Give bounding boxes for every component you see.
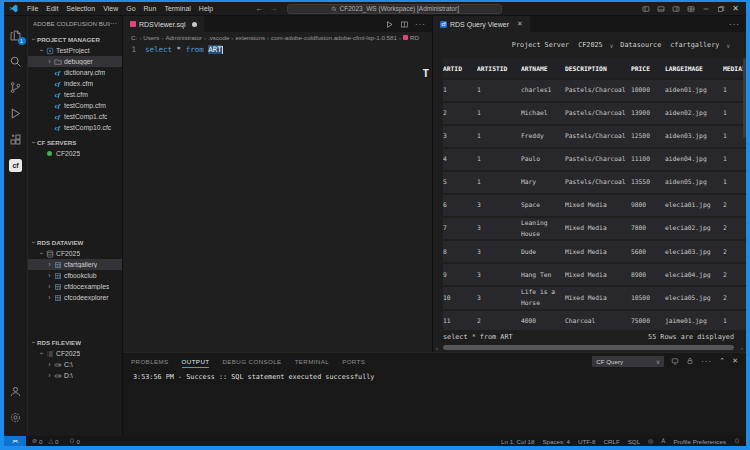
- datasource-select[interactable]: cfartgallery: [670, 41, 719, 49]
- search-icon[interactable]: [4, 48, 28, 74]
- menu-file[interactable]: File: [23, 5, 42, 12]
- project-server-select[interactable]: CF2025: [578, 41, 603, 49]
- panel-tab-ports[interactable]: PORTS: [342, 355, 365, 367]
- bell-status[interactable]: 0: [69, 438, 80, 445]
- tree-item-d[interactable]: ›D:\: [28, 370, 122, 381]
- tree-item-cfdocexamples[interactable]: ›cfdocexamples: [28, 281, 122, 292]
- editor-more-icon[interactable]: ···: [415, 20, 426, 29]
- section-rds-dataview[interactable]: ›RDS DATAVIEW: [28, 237, 122, 248]
- column-header-price[interactable]: PRICE: [631, 65, 665, 72]
- tree-item-testcomp10-cfc[interactable]: cftestComp10.cfc: [28, 122, 122, 133]
- run-debug-icon[interactable]: [4, 100, 28, 126]
- status-a-icon[interactable]: Å: [661, 436, 665, 446]
- table-row[interactable]: 63SpaceMixed Media9800elecia01.jpg2: [443, 195, 746, 216]
- customize-layout-icon[interactable]: [687, 5, 695, 13]
- close-panel-icon[interactable]: ✕: [732, 357, 738, 365]
- chevron-down-icon[interactable]: ∨: [610, 42, 614, 49]
- tree-item-testcomp-cfm[interactable]: cftestComp.cfm: [28, 100, 122, 111]
- breadcrumb-item-vscode[interactable]: .vscode: [208, 34, 229, 41]
- table-row[interactable]: 73Leaning HouseMixed Media7800elecia02.j…: [443, 218, 746, 239]
- table-row[interactable]: 51MaryPastels/Charcoal13550aiden05.jpg1: [443, 172, 746, 193]
- panel-tab-debug-console[interactable]: DEBUG CONSOLE: [222, 355, 281, 367]
- run-query-icon[interactable]: [385, 20, 394, 29]
- problems-status[interactable]: ⊘ 0 △ 0: [32, 436, 59, 446]
- breadcrumb-item-com-adobe-coldfusion-adobe-cfml-lsp-1-0-581[interactable]: com-adobe-coldfusion.adobe-cfml-lsp-1.0.…: [271, 34, 397, 41]
- tree-item-cf2025[interactable]: ›CF2025: [28, 348, 122, 359]
- table-row[interactable]: 1124000Charcoal75000jaime01.jpg1: [443, 311, 746, 330]
- scrollbar-thumb[interactable]: [443, 345, 734, 350]
- tree-item-cfcodeexplorer[interactable]: ›cfcodeexplorer: [28, 292, 122, 303]
- forward-arrow-icon[interactable]: →: [269, 4, 277, 13]
- status-spaces-4[interactable]: Spaces: 4: [542, 438, 570, 445]
- restore-icon[interactable]: [717, 5, 725, 13]
- split-editor-icon[interactable]: [400, 20, 409, 29]
- tab-rds-query-viewer[interactable]: cf RDS Query Viewer ✕: [433, 16, 530, 32]
- tree-item-test-cfm[interactable]: cftest.cfm: [28, 89, 122, 100]
- extensions-icon[interactable]: [4, 126, 28, 152]
- settings-icon[interactable]: [4, 404, 28, 430]
- horizontal-scrollbar[interactable]: ‹ ›: [433, 344, 746, 352]
- chevron-down-icon[interactable]: ∨: [726, 42, 730, 49]
- menu-edit[interactable]: Edit: [42, 5, 62, 12]
- notifications-bell-icon[interactable]: [734, 438, 740, 444]
- tree-item-debugger[interactable]: ›debugger: [28, 56, 122, 67]
- open-output-in-editor-icon[interactable]: [671, 357, 679, 365]
- source-control-icon[interactable]: [4, 74, 28, 100]
- menu-view[interactable]: View: [99, 5, 122, 12]
- table-row[interactable]: 31FreddyPastels/Charcoal12500aiden03.jpg…: [443, 126, 746, 147]
- breadcrumb-item-users[interactable]: Users: [143, 34, 159, 41]
- column-header-largeimage[interactable]: LARGEIMAGE: [665, 65, 723, 72]
- toggle-secondary-sidebar-icon[interactable]: [672, 5, 680, 13]
- modified-dot-icon[interactable]: [192, 22, 197, 27]
- lock-scroll-icon[interactable]: [686, 357, 694, 365]
- coldfusion-icon[interactable]: cf: [4, 152, 28, 178]
- section-rds-fileview[interactable]: ›RDS FILEVIEW: [28, 337, 122, 348]
- breadcrumb-item-c[interactable]: C:: [131, 34, 137, 41]
- panel-more-icon[interactable]: ···: [701, 357, 712, 366]
- menu-selection[interactable]: Selection: [62, 5, 99, 12]
- breadcrumb-item-administrator[interactable]: Administrator: [165, 34, 201, 41]
- maximize-panel-icon[interactable]: ⌃: [719, 357, 725, 365]
- status-utf-8[interactable]: UTF-8: [578, 438, 596, 445]
- profile-preferences[interactable]: Profile Preferences: [673, 438, 726, 445]
- tree-item-cfbookclub[interactable]: ›cfbookclub: [28, 270, 122, 281]
- menu-terminal[interactable]: Terminal: [160, 5, 194, 12]
- panel-tab-terminal[interactable]: TERMINAL: [295, 355, 330, 367]
- panel-tab-output[interactable]: OUTPUT: [182, 355, 210, 368]
- minimize-icon[interactable]: [702, 5, 710, 13]
- table-row[interactable]: 103Life is a HorseMixed Media10500elecia…: [443, 287, 746, 308]
- table-row[interactable]: 93Hang TenMixed Media8900elecia04.jpg2: [443, 264, 746, 285]
- back-arrow-icon[interactable]: ←: [255, 4, 263, 13]
- tree-item-cf2025[interactable]: CF2025: [28, 148, 122, 159]
- code-area[interactable]: 1 select * from ART T: [123, 42, 432, 352]
- toggle-sidebar-icon[interactable]: [642, 5, 650, 13]
- close-icon[interactable]: ✕: [732, 5, 739, 13]
- section-project-manager[interactable]: ›PROJECT MANAGER: [28, 34, 122, 45]
- menu-go[interactable]: Go: [122, 5, 139, 12]
- tab-rdsviewer-sql[interactable]: RDSViewer.sql: [123, 16, 204, 32]
- tree-item-c[interactable]: ›C:\: [28, 359, 122, 370]
- table-row[interactable]: 41PauloPastels/Charcoal11100aiden04.jpg1: [443, 149, 746, 170]
- panel-tab-problems[interactable]: PROBLEMS: [131, 355, 169, 367]
- scroll-right-icon[interactable]: ›: [741, 344, 743, 352]
- column-header-artistid[interactable]: ARTISTID: [477, 65, 521, 72]
- breadcrumb-item-rd[interactable]: RD: [403, 34, 419, 41]
- column-header-artname[interactable]: ARTNAME: [521, 65, 565, 72]
- explorer-icon[interactable]: 1: [4, 22, 28, 48]
- tree-item-dictionary-cfm[interactable]: cfdictionary.cfm: [28, 67, 122, 78]
- table-row[interactable]: 83DudeMixed Media5600elecia03.jpg2: [443, 241, 746, 262]
- output-view[interactable]: 3:53:56 PM - Success :: SQL statement ex…: [123, 369, 746, 436]
- menu-run[interactable]: Run: [140, 5, 161, 12]
- section-cf-servers[interactable]: ›CF SERVERS: [28, 137, 122, 148]
- toggle-panel-icon[interactable]: [657, 5, 665, 13]
- account-icon[interactable]: [4, 378, 28, 404]
- status-sql[interactable]: SQL: [628, 438, 640, 445]
- column-header-description[interactable]: DESCRIPTION: [565, 65, 631, 72]
- remote-indicator[interactable]: ><: [4, 436, 26, 446]
- scroll-left-icon[interactable]: ‹: [436, 344, 438, 352]
- column-header-artid[interactable]: ARTID: [443, 65, 477, 72]
- table-row[interactable]: 21MichaelPastels/Charcoal13900aiden02.jp…: [443, 103, 746, 124]
- close-tab-icon[interactable]: ✕: [517, 20, 523, 28]
- breadcrumb-item-extensions[interactable]: extensions: [235, 34, 265, 41]
- output-channel-select[interactable]: CF Query ∨: [592, 356, 664, 367]
